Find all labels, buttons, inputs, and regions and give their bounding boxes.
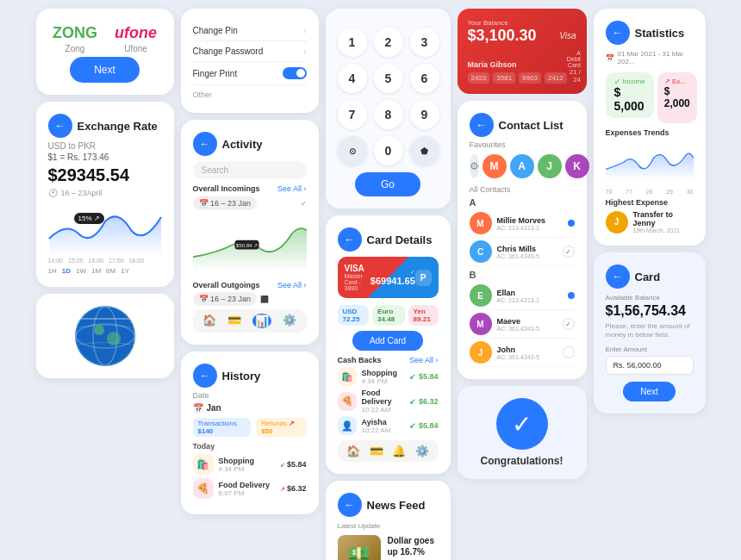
- contact-maeve[interactable]: M Maeve AC: 361-4343-5 ✓: [470, 310, 575, 339]
- refunds-badge: Refunds ↗ $50: [256, 418, 306, 437]
- contact-millie[interactable]: M Millie Morves AC: 213-4213-1: [470, 209, 575, 238]
- jenny-info: Transfer to Jenny 19th March, 2021: [633, 210, 694, 233]
- fav-avatar-1[interactable]: M: [483, 154, 507, 178]
- nav-settings-icon[interactable]: ⚙️: [415, 445, 429, 457]
- card-icon[interactable]: 💳: [227, 314, 241, 328]
- key-3[interactable]: 3: [410, 28, 439, 57]
- key-star[interactable]: ⊙: [338, 136, 367, 165]
- home-icon[interactable]: 🏠: [202, 314, 216, 328]
- fav-avatar-4[interactable]: K: [565, 154, 589, 178]
- food-amount: $6.32: [280, 484, 306, 493]
- stats-back-button[interactable]: ←: [606, 21, 630, 45]
- stats-header: ← Statistics: [606, 21, 694, 45]
- cashback-shopping-icon: 🛍️: [338, 367, 357, 386]
- settings-icon[interactable]: ⚙️: [283, 314, 296, 328]
- contact-john[interactable]: J John AC: 361-4343-5: [470, 339, 575, 367]
- outgoings-see-all[interactable]: See All ›: [277, 281, 307, 289]
- enter-amount-label: Enter Amount: [606, 345, 694, 353]
- favourites-label: Favourites: [470, 140, 575, 149]
- filter-1d[interactable]: 1D: [62, 267, 71, 275]
- millie-online-dot: [568, 220, 575, 227]
- svg-point-4: [94, 325, 104, 335]
- exchange-back-button[interactable]: ←: [48, 114, 72, 138]
- select-card-card: ← Card Available Balance $1,56,754.34 Pl…: [594, 252, 706, 414]
- millie-avatar: M: [470, 212, 492, 234]
- usd-chip[interactable]: USD 72.25: [338, 305, 370, 326]
- activity-back-button[interactable]: ←: [193, 132, 217, 156]
- key-0[interactable]: 0: [374, 136, 403, 165]
- column-1: ZONG Zong ufone Ufone Next ← Exchange Ra…: [36, 9, 174, 378]
- ufone-brand: ufone Ufone: [115, 24, 157, 53]
- cashback-ayisha-info: Ayisha 10:22 AM: [362, 418, 405, 434]
- fav-settings-icon[interactable]: ⚙: [470, 154, 479, 178]
- key-4[interactable]: 4: [338, 64, 367, 93]
- contact-chris[interactable]: C Chris Mills AC: 361-4343-5 ✓: [470, 238, 575, 266]
- yen-chip[interactable]: Yen 89.21: [408, 305, 439, 326]
- chart-icon[interactable]: 📊: [252, 314, 271, 328]
- success-checkmark: ✓: [496, 398, 548, 450]
- nav-bell-icon[interactable]: 🔔: [392, 445, 406, 457]
- amount-input[interactable]: Rs. 56,000.00: [606, 356, 694, 375]
- fav-avatar-3[interactable]: J: [538, 154, 562, 178]
- zong-label: Zong: [53, 44, 97, 53]
- income-box: ↙ Income $ 5,000: [606, 72, 654, 118]
- transactions-badge: Transactions $140: [193, 418, 252, 437]
- key-7[interactable]: 7: [338, 100, 367, 129]
- shopping-amount: $5.84: [280, 460, 306, 469]
- fingerprint-toggle[interactable]: [283, 67, 307, 79]
- select-card-back-button[interactable]: ←: [606, 264, 630, 289]
- change-password-label: Change Password: [193, 47, 264, 56]
- change-password-row[interactable]: Change Password ›: [193, 41, 307, 62]
- exchange-chart: 15% ↗: [48, 204, 162, 256]
- card-owner: Maria Gibson: [468, 60, 567, 69]
- exchange-rate: $1 = Rs. 173.46: [48, 152, 162, 162]
- keypad-grid: 1 2 3 4 5 6 7 8 9 ⊙ 0 ⬟: [338, 28, 439, 165]
- select-card-next-button[interactable]: Next: [623, 382, 676, 401]
- next-button[interactable]: Next: [70, 57, 140, 83]
- filter-1m[interactable]: 1M: [91, 267, 101, 275]
- cashback-shopping-row: 🛍️ Shopping 4:34 PM ↙ $5.84: [338, 367, 439, 386]
- change-pin-row[interactable]: Change Pin ›: [193, 21, 307, 41]
- income-amount: $ 5,000: [614, 85, 645, 113]
- highest-expense-row: J Transfer to Jenny 19th March, 2021: [606, 210, 694, 233]
- filter-1y[interactable]: 1Y: [121, 267, 129, 275]
- finger-print-row[interactable]: Finger Print: [193, 62, 307, 85]
- key-9[interactable]: 9: [410, 100, 439, 129]
- filter-1h[interactable]: 1H: [48, 267, 57, 275]
- history-back-button[interactable]: ←: [193, 364, 217, 388]
- euro-chip[interactable]: Euro 34.48: [372, 305, 404, 326]
- filter-1w[interactable]: 1W: [76, 267, 86, 275]
- nav-wallet-icon[interactable]: 💳: [370, 445, 383, 457]
- bank-amount: $3,100.30: [468, 27, 537, 45]
- contact-ellan[interactable]: E Ellan AC: 213-4213-1: [470, 282, 575, 310]
- nav-home-icon[interactable]: 🏠: [346, 445, 360, 457]
- cashbacks-see-all[interactable]: See All ›: [409, 356, 439, 364]
- jenny-avatar: J: [606, 211, 628, 233]
- card-details-title: Card Details: [367, 233, 433, 246]
- card-details-card: ← Card Details VISA Master Card - 3890 ✓…: [326, 215, 451, 474]
- axis-labels: 76 77 28 29 30: [606, 189, 694, 195]
- balance-label: Your Balance: [468, 19, 576, 27]
- incomings-see-all[interactable]: See All ›: [277, 184, 307, 193]
- key-6[interactable]: 6: [410, 64, 439, 93]
- go-button[interactable]: Go: [355, 172, 420, 196]
- card-details-back-button[interactable]: ←: [338, 227, 362, 252]
- news-back-button[interactable]: ←: [338, 493, 362, 517]
- key-8[interactable]: 8: [374, 100, 403, 129]
- key-1[interactable]: 1: [338, 28, 367, 57]
- fav-avatar-2[interactable]: A: [510, 154, 534, 178]
- card-num-3: 9903: [519, 72, 541, 84]
- search-box[interactable]: Search: [193, 161, 307, 179]
- add-card-button[interactable]: Add Card: [352, 331, 423, 351]
- outgoings-flag: ⬛: [260, 296, 269, 303]
- latest-update-label: Latest Update: [338, 522, 439, 530]
- key-2[interactable]: 2: [374, 28, 403, 57]
- filter-6m[interactable]: 6M: [106, 267, 115, 275]
- zong-brand: ZONG Zong: [53, 24, 97, 53]
- cashback-food-info: Food Delivery 10:22 AM: [362, 389, 405, 414]
- expense-label: ↗ Ex...: [664, 78, 690, 85]
- cashback-ayisha-amount: ↙ $5.84: [409, 421, 438, 430]
- contact-back-button[interactable]: ←: [470, 113, 494, 137]
- key-5[interactable]: 5: [374, 64, 403, 93]
- key-fingerprint[interactable]: ⬟: [410, 136, 439, 165]
